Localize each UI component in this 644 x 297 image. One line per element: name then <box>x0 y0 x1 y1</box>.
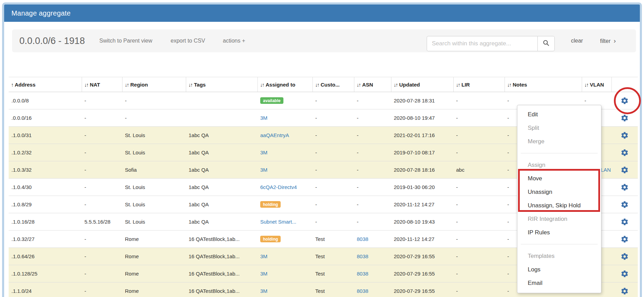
cell-assigned: 6cQA2-Directv4 <box>257 179 312 196</box>
row-3-gear-icon[interactable] <box>620 132 629 137</box>
cell-asn: 8038 <box>354 248 391 265</box>
asn-link[interactable]: 8038 <box>357 253 368 259</box>
cell-actions <box>611 161 638 179</box>
assigned-link[interactable]: Subnet Smart... <box>260 219 296 225</box>
column-label: NAT <box>90 82 100 88</box>
cell-assigned: holding <box>257 231 312 248</box>
assigned-link[interactable]: 3M <box>260 253 267 259</box>
search-input[interactable] <box>427 36 537 51</box>
actions-dropdown[interactable]: actions + <box>223 38 245 44</box>
sort-both-icon: ↓↑ <box>584 82 588 88</box>
column-header-assigned[interactable]: ↓↑Assigned to <box>257 77 312 92</box>
sort-both-icon: ↓↑ <box>125 82 129 88</box>
row-7-gear-icon[interactable] <box>620 201 629 207</box>
menu-item-logs[interactable]: Logs <box>517 263 601 276</box>
cell-actions <box>611 248 638 265</box>
row-2-gear-icon[interactable] <box>620 114 629 120</box>
menu-item-split: Split <box>517 121 601 135</box>
cell-asn: 8038 <box>354 231 391 248</box>
cell-nat: - <box>82 127 122 144</box>
assigned-link[interactable]: 3M <box>260 271 267 277</box>
assigned-link[interactable]: 6cQA2-Directv4 <box>260 184 297 190</box>
menu-item-email[interactable]: Email <box>517 276 601 290</box>
assigned-link[interactable]: 3M <box>260 167 267 173</box>
status-badge-holding: holding <box>260 236 281 242</box>
cell-asn: - <box>354 179 391 196</box>
cell-actions <box>611 213 638 231</box>
cell-tags: 1abc QA <box>186 161 257 179</box>
cell-address: .1.0.128/25 <box>9 265 82 282</box>
cell-updated: 2020-07-28 18:31 <box>391 92 453 109</box>
column-header-updated[interactable]: ↓↑Updated <box>391 77 453 92</box>
column-header-region[interactable]: ↓↑Region <box>122 77 186 92</box>
search-button[interactable] <box>537 36 555 51</box>
cell-region: St. Louis <box>122 179 186 196</box>
cell-lir: - <box>453 127 505 144</box>
assigned-link[interactable]: 3M <box>260 115 267 121</box>
row-12-gear-icon[interactable] <box>620 287 629 293</box>
cell-region: Rome <box>122 248 186 265</box>
cell-updated: 2020-08-10 19:43 <box>391 213 453 231</box>
cell-customer: - <box>312 213 354 231</box>
sort-both-icon: ↓↑ <box>315 82 319 88</box>
cell-updated: 2020-07-29 16:55 <box>391 265 453 282</box>
row-6-gear-icon[interactable] <box>620 183 629 189</box>
vlan-link[interactable]: LAN <box>601 167 611 173</box>
cell-nat: - <box>82 109 122 127</box>
sort-both-icon: ↓↑ <box>189 82 192 88</box>
asn-link[interactable]: 8038 <box>357 236 368 242</box>
column-header-nat[interactable]: ↓↑NAT <box>82 77 122 92</box>
asn-link[interactable]: 8038 <box>357 271 368 277</box>
menu-item-edit[interactable]: Edit <box>517 108 601 121</box>
column-label: Region <box>130 82 148 88</box>
column-header-vlan[interactable]: ↓↑VLAN <box>582 77 611 92</box>
cell-address: .1.1.0/24 <box>9 282 82 297</box>
column-header-lir[interactable]: ↓↑LIR <box>453 77 505 92</box>
aggregate-label: 0.0.0.0/6 - 1918 <box>19 36 85 46</box>
assigned-link[interactable]: 3M <box>260 150 267 155</box>
row-10-gear-icon[interactable] <box>620 253 629 259</box>
cell-asn: 8038 <box>354 282 391 297</box>
asn-link[interactable]: 8038 <box>357 288 368 294</box>
menu-item-ip-rules[interactable]: IP Rules <box>517 226 601 239</box>
cell-actions <box>611 127 638 144</box>
column-header-tags[interactable]: ↓↑Tags <box>186 77 257 92</box>
filter-link[interactable]: filter› <box>600 37 616 45</box>
sort-both-icon: ↓↑ <box>84 82 88 88</box>
page-title: Manage aggregate <box>11 9 71 17</box>
cell-asn: - <box>354 109 391 127</box>
column-label: LIR <box>462 82 470 88</box>
column-header-address[interactable]: ↑Address <box>9 77 82 92</box>
column-header-notes[interactable]: ↓↑Notes <box>505 77 582 92</box>
switch-to-parent-view-link[interactable]: Switch to Parent view <box>99 38 152 44</box>
column-label: Tags <box>194 82 206 88</box>
sort-both-icon: ↓↑ <box>260 82 264 88</box>
cell-tags: 16 QATestBlock,1ab... <box>186 231 257 248</box>
column-header-asn[interactable]: ↓↑ASN <box>354 77 391 92</box>
column-label: Custo... <box>321 82 340 88</box>
row-4-gear-icon[interactable] <box>620 149 629 155</box>
column-header-customer[interactable]: ↓↑Custo... <box>312 77 354 92</box>
cell-actions <box>611 282 638 297</box>
row-8-gear-icon[interactable] <box>620 218 629 224</box>
cell-assigned: aaQAEntryA <box>257 127 312 144</box>
cell-nat: - <box>82 144 122 161</box>
cell-nat: - <box>82 92 122 109</box>
cell-asn: - <box>354 144 391 161</box>
cell-assigned: 3M <box>257 265 312 282</box>
cell-tags: 16 QATestBlock,1ab... <box>186 282 257 297</box>
row-11-gear-icon[interactable] <box>620 270 629 276</box>
assigned-link[interactable]: 3M <box>260 288 267 294</box>
cell-nat: - <box>82 196 122 213</box>
cell-updated: 2020-07-29 16:55 <box>391 282 453 297</box>
cell-lir: - <box>453 144 505 161</box>
cell-lir: - <box>453 265 505 282</box>
export-to-csv-link[interactable]: export to CSV <box>171 38 205 44</box>
clear-link[interactable]: clear <box>571 38 583 44</box>
cell-customer: Test <box>312 248 354 265</box>
cell-tags: 1abc QA <box>186 127 257 144</box>
row-5-gear-icon[interactable] <box>620 166 629 172</box>
cell-region: St. Louis <box>122 196 186 213</box>
row-9-gear-icon[interactable] <box>620 235 629 241</box>
assigned-link[interactable]: aaQAEntryA <box>260 132 289 138</box>
